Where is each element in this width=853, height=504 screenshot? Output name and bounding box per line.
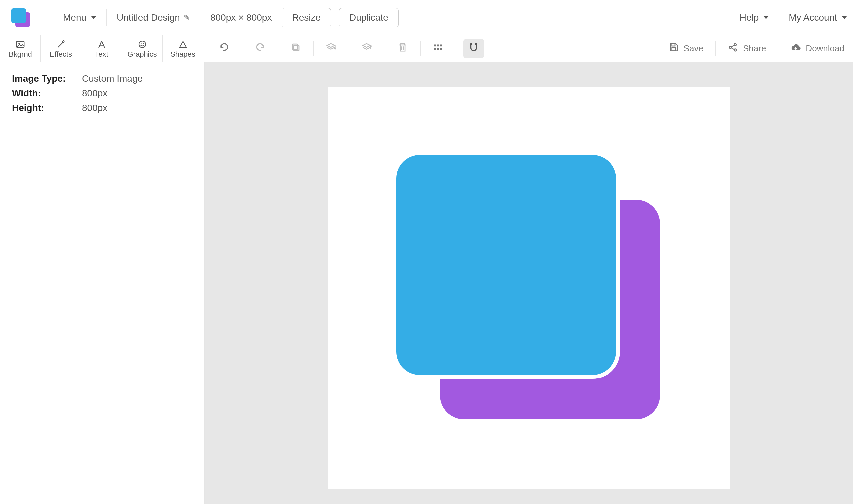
svg-rect-10 xyxy=(435,48,436,50)
duplicate-button[interactable]: Duplicate xyxy=(339,8,399,27)
tab-graphics[interactable]: Graphics xyxy=(122,35,162,61)
property-value: 800px xyxy=(82,88,107,98)
download-button[interactable]: Download xyxy=(784,42,850,55)
property-row-image-type: Image Type: Custom Image xyxy=(12,71,192,86)
svg-rect-7 xyxy=(435,44,436,47)
tab-label: Shapes xyxy=(170,50,195,59)
property-row-width: Width: 800px xyxy=(12,86,192,101)
tab-label: Bkgrnd xyxy=(8,50,32,59)
property-value: 800px xyxy=(82,103,107,113)
toolbar-right: Save Share Download xyxy=(203,35,853,61)
svg-point-2 xyxy=(139,41,145,48)
download-label: Download xyxy=(806,43,845,54)
svg-rect-6 xyxy=(292,44,298,49)
divider xyxy=(278,41,278,56)
help-label: Help xyxy=(740,12,759,23)
save-button[interactable]: Save xyxy=(662,42,709,55)
text-icon xyxy=(97,39,107,50)
canvas-viewport[interactable] xyxy=(205,62,853,504)
tab-label: Graphics xyxy=(127,50,157,59)
account-label: My Account xyxy=(789,12,837,23)
divider xyxy=(456,41,456,56)
redo-icon xyxy=(254,42,265,55)
triangle-icon xyxy=(178,39,188,50)
divider xyxy=(242,41,242,56)
caret-down-icon xyxy=(763,16,769,19)
divider xyxy=(384,41,385,56)
svg-rect-14 xyxy=(672,48,675,51)
divider xyxy=(53,9,53,26)
share-label: Share xyxy=(743,43,766,54)
divider xyxy=(778,41,778,56)
svg-rect-5 xyxy=(294,45,299,51)
resize-button[interactable]: Resize xyxy=(281,8,331,27)
magic-wand-icon xyxy=(56,39,66,50)
divider xyxy=(106,9,107,26)
layer-down-icon xyxy=(326,42,337,55)
share-button[interactable]: Share xyxy=(722,42,772,55)
tab-bkgrnd[interactable]: Bkgrnd xyxy=(0,35,41,61)
help-dropdown[interactable]: Help xyxy=(740,12,769,23)
property-row-height: Height: 800px xyxy=(12,101,192,115)
main-area: Image Type: Custom Image Width: 800px He… xyxy=(0,62,853,504)
redo-button[interactable] xyxy=(249,39,270,58)
design-name-text: Untitled Design xyxy=(117,12,180,23)
cloud-download-icon xyxy=(790,42,801,55)
grid-button[interactable] xyxy=(428,39,449,58)
copy-icon xyxy=(290,42,301,55)
menu-label: Menu xyxy=(63,12,86,23)
dimensions-text: 800px × 800px xyxy=(210,12,272,23)
menu-dropdown[interactable]: Menu xyxy=(63,12,96,23)
topbar: Menu Untitled Design ✎ 800px × 800px Res… xyxy=(0,0,853,35)
divider xyxy=(349,41,349,56)
divider xyxy=(200,9,200,26)
account-dropdown[interactable]: My Account xyxy=(789,12,847,23)
smiley-icon xyxy=(137,39,147,50)
picture-icon xyxy=(15,39,25,50)
tab-shapes[interactable]: Shapes xyxy=(162,35,203,61)
app-logo[interactable] xyxy=(11,8,30,27)
canvas-shape-blue[interactable] xyxy=(396,155,616,375)
property-label: Height: xyxy=(12,103,82,113)
snap-button[interactable] xyxy=(464,39,484,58)
magnet-icon xyxy=(468,42,480,55)
layer-down-button[interactable] xyxy=(321,39,342,58)
tab-label: Text xyxy=(94,50,108,59)
layer-up-button[interactable] xyxy=(356,39,377,58)
canvas-dimensions: 800px × 800px xyxy=(210,12,272,23)
caret-down-icon xyxy=(842,16,847,19)
design-canvas[interactable] xyxy=(328,87,730,489)
svg-rect-13 xyxy=(672,43,675,46)
divider xyxy=(313,41,314,56)
properties-panel: Image Type: Custom Image Width: 800px He… xyxy=(0,62,205,504)
svg-rect-8 xyxy=(437,44,439,47)
svg-rect-11 xyxy=(437,48,439,50)
pencil-icon: ✎ xyxy=(183,13,190,22)
caret-down-icon xyxy=(91,16,96,19)
undo-icon xyxy=(219,42,230,55)
tab-text[interactable]: Text xyxy=(81,35,122,61)
trash-icon xyxy=(397,42,408,55)
grid-icon xyxy=(433,42,444,55)
undo-button[interactable] xyxy=(214,39,234,58)
delete-button[interactable] xyxy=(392,39,413,58)
layer-up-icon xyxy=(361,42,372,55)
save-icon xyxy=(668,42,679,55)
save-label: Save xyxy=(684,43,703,54)
divider xyxy=(420,41,420,56)
property-value: Custom Image xyxy=(82,73,143,84)
svg-rect-12 xyxy=(440,48,442,50)
property-label: Width: xyxy=(12,88,82,98)
svg-point-4 xyxy=(143,43,144,44)
share-icon xyxy=(728,42,738,55)
tab-effects[interactable]: Effects xyxy=(41,35,81,61)
copy-button[interactable] xyxy=(285,39,306,58)
svg-point-3 xyxy=(141,43,142,44)
property-label: Image Type: xyxy=(12,73,82,84)
editor-toolbar: Bkgrnd Effects Text Graphics Shapes xyxy=(0,35,853,62)
svg-rect-9 xyxy=(440,44,442,47)
tab-label: Effects xyxy=(50,50,72,59)
duplicate-label: Duplicate xyxy=(349,12,388,23)
design-name[interactable]: Untitled Design ✎ xyxy=(117,12,190,23)
logo-front-square xyxy=(11,8,26,23)
